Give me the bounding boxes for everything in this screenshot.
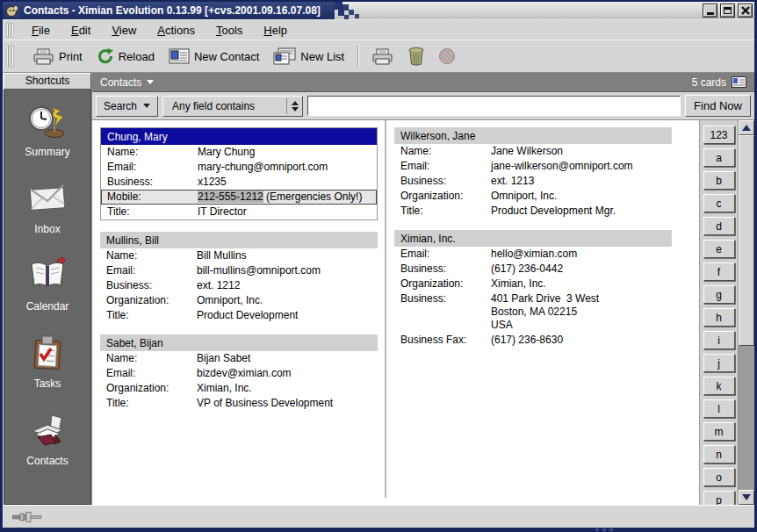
menu-tools[interactable]: Tools (205, 22, 253, 39)
trash-icon (407, 47, 425, 66)
card-field-row[interactable]: Title: VP of Business Development (100, 396, 378, 411)
contact-card-wilkerson-jane[interactable]: Wilkerson, Jane Name: Jane Wilkerson Ema… (394, 127, 672, 219)
card-title[interactable]: Mullins, Bill (100, 232, 378, 248)
sidebar-item-contacts[interactable]: Contacts (26, 410, 68, 467)
alpha-button-i[interactable]: i (703, 331, 735, 349)
alpha-button-d[interactable]: d (703, 217, 735, 235)
alpha-button-p[interactable]: p (703, 491, 735, 505)
sidebar-item-calendar[interactable]: Calendar (26, 255, 69, 313)
minimize-button[interactable] (703, 4, 717, 18)
card-field-row[interactable]: Name: Mary Chung (101, 145, 377, 160)
titlebar-decoration (335, 2, 364, 19)
menu-file[interactable]: File (21, 22, 61, 39)
search-menu-button[interactable]: Search (96, 96, 158, 117)
folder-title[interactable]: Contacts (100, 76, 141, 89)
card-field-row-editing[interactable]: Mobile: 212-555-1212 (Emergencies Only!) (101, 190, 377, 205)
menu-view[interactable]: View (101, 22, 147, 39)
card-field-row[interactable]: Business Fax: (617) 236-8630 (394, 333, 672, 348)
alpha-button-c[interactable]: c (703, 194, 735, 212)
card-field-row[interactable]: Email: jane-wilkerson@omniport.com (394, 159, 672, 174)
reload-button[interactable]: Reload (94, 46, 157, 67)
shortcuts-header-button[interactable]: Shortcuts (4, 73, 91, 90)
alpha-button-o[interactable]: o (703, 468, 735, 486)
alpha-button-e[interactable]: e (703, 240, 735, 258)
contact-card-chung-mary[interactable]: Chung, Mary Name: Mary Chung Email: mary… (100, 127, 378, 220)
sidebar-item-tasks[interactable]: Tasks (27, 333, 68, 390)
sidebar-item-label: Calendar (26, 300, 69, 313)
card-field-row[interactable]: Title: IT Director (101, 205, 377, 219)
titlebar[interactable]: Contacts - Ximian Evolution 0.13.99 [+cv… (3, 2, 754, 19)
card-field-row[interactable]: Business: ext. 1212 (100, 278, 378, 293)
menu-actions[interactable]: Actions (147, 22, 205, 39)
card-field-row[interactable]: Title: Product Development (100, 308, 378, 323)
card-title[interactable]: Sabet, Bijan (100, 334, 378, 351)
alpha-button-f[interactable]: f (703, 262, 735, 281)
card-field-row[interactable]: Organization: Ximian, Inc. (100, 381, 378, 396)
card-field-row[interactable]: Business: (617) 236-0442 (394, 262, 672, 277)
menubar-grippie[interactable] (6, 23, 14, 38)
contact-card-mullins-bill[interactable]: Mullins, Bill Name: Bill Mullins Email: … (100, 232, 378, 323)
card-field-row[interactable]: Business: x1235 (101, 175, 377, 190)
sidebar-item-summary[interactable]: Summary (25, 101, 69, 158)
menu-edit[interactable]: Edit (61, 22, 101, 39)
menu-help[interactable]: Help (253, 22, 298, 39)
new-contact-button[interactable]: New Contact (166, 47, 262, 66)
card-field-row[interactable]: Name: Bill Mullins (100, 248, 378, 263)
toolbar-grippie[interactable] (6, 45, 14, 68)
alpha-button-g[interactable]: g (703, 285, 735, 304)
sidebar-item-inbox[interactable]: Inbox (27, 178, 68, 235)
contact-list-icon (273, 47, 296, 65)
alpha-button-a[interactable]: a (703, 148, 735, 167)
maximize-button[interactable] (720, 4, 735, 18)
scroll-down-button[interactable] (739, 490, 754, 505)
alphabet-index: 123 a b c d e f g h i j k l m n (699, 120, 738, 505)
scrollbar-trough[interactable] (739, 135, 754, 490)
card-file-icon (27, 410, 68, 450)
new-list-button[interactable]: New List (270, 46, 347, 67)
card-field-row[interactable]: Organization: Ximian, Inc. (394, 277, 672, 291)
card-field-row[interactable]: Name: Jane Wilkerson (394, 144, 672, 159)
alpha-button-h[interactable]: h (703, 308, 735, 327)
alpha-button-m[interactable]: m (703, 422, 735, 441)
alpha-button-l[interactable]: l (703, 399, 735, 418)
close-button[interactable] (738, 4, 753, 18)
alpha-button-j[interactable]: j (703, 354, 735, 372)
alpha-button-k[interactable]: k (703, 377, 735, 395)
card-field-row[interactable]: Email: hello@ximian.com (394, 247, 672, 262)
card-column-1: Chung, Mary Name: Mary Chung Email: mary… (100, 127, 378, 422)
contact-card-icon (169, 48, 190, 64)
card-title[interactable]: Chung, Mary (101, 128, 377, 145)
stop-button[interactable] (436, 47, 458, 66)
card-field-row[interactable]: Organization: Omniport, Inc. (394, 189, 672, 204)
card-field-row[interactable]: Title: Product Development Mgr. (394, 204, 672, 219)
alpha-button-123[interactable]: 123 (703, 126, 735, 144)
find-now-button[interactable]: Find Now (685, 95, 751, 117)
card-field-row[interactable]: Email: bizdev@ximian.com (100, 366, 378, 381)
search-scope-select[interactable]: Any field contains (162, 96, 303, 117)
mini-card-icon[interactable] (732, 76, 746, 88)
app-frame: File Edit View Actions Tools Help Print (3, 19, 754, 528)
card-title[interactable]: Ximian, Inc. (394, 230, 672, 247)
chevron-down-icon[interactable] (147, 80, 154, 84)
alpha-button-n[interactable]: n (703, 445, 735, 464)
print-button[interactable]: Print (30, 46, 85, 67)
card-field-row[interactable]: Business: 401 Park Drive 3 West Boston, … (394, 291, 672, 333)
scrollbar-thumb[interactable] (739, 135, 754, 346)
offline-plug-icon[interactable] (12, 511, 44, 523)
contact-card-sabet-bijan[interactable]: Sabet, Bijan Name: Bijan Sabet Email: bi… (100, 334, 378, 411)
maximize-icon (724, 7, 732, 14)
scroll-up-button[interactable] (739, 120, 754, 135)
card-field-row[interactable]: Email: mary-chung@omniport.com (101, 160, 377, 175)
card-field-row[interactable]: Email: bill-mullins@omniport.com (100, 263, 378, 278)
print-icon-button[interactable] (369, 46, 396, 67)
reload-label: Reload (119, 50, 155, 63)
delete-button[interactable] (405, 45, 428, 68)
card-field-row[interactable]: Business: ext. 1213 (394, 174, 672, 189)
search-input[interactable] (307, 96, 681, 116)
card-title[interactable]: Wilkerson, Jane (394, 127, 672, 144)
alpha-button-b[interactable]: b (703, 171, 735, 190)
cards-area: Chung, Mary Name: Mary Chung Email: mary… (92, 120, 754, 505)
card-field-row[interactable]: Name: Bijan Sabet (100, 351, 378, 366)
card-field-row[interactable]: Organization: Omniport, Inc. (100, 293, 378, 308)
contact-card-ximian-inc[interactable]: Ximian, Inc. Email: hello@ximian.com Bus… (394, 230, 672, 348)
